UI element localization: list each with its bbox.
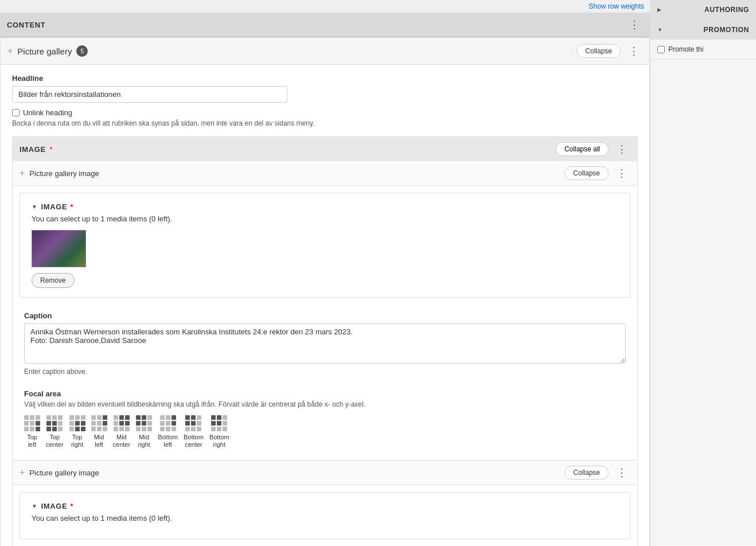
show-row-weights-link[interactable]: Show row weights (589, 2, 644, 10)
pgi-2-drag-handle[interactable]: + (20, 467, 25, 478)
focal-bottom-right-label: Bottomright (209, 434, 229, 448)
focal-top-center[interactable]: Topcenter (46, 415, 64, 448)
pgi-1-caption-textarea[interactable]: Annika Östman Wernerson installerades so… (24, 323, 626, 364)
headline-input[interactable] (12, 86, 287, 103)
pgi-2-image-label: IMAGE (41, 502, 68, 510)
image-required-star: * (50, 145, 53, 154)
focal-mid-center[interactable]: Midcenter (113, 415, 131, 448)
image-section-title-row: IMAGE * (20, 145, 53, 154)
headline-label: Headline (12, 74, 638, 83)
promote-label[interactable]: Promote thi (668, 45, 703, 53)
image-section-menu-button[interactable]: ⋮ (613, 142, 630, 157)
right-sidebar: ▶ AUTHORING ▼ PROMOTION Promote thi (650, 0, 756, 546)
pgi-2-image-required: * (70, 502, 73, 510)
focal-top-right[interactable]: Topright (69, 415, 85, 448)
focal-top-center-label: Topcenter (46, 434, 64, 448)
pgi-item-1: + Picture gallery image Collapse ⋮ ▼ (13, 161, 637, 461)
promotion-triangle-icon: ▼ (657, 27, 663, 33)
focal-mid-right-label: Midright (138, 434, 150, 448)
sidebar-authoring-header[interactable]: ▶ AUTHORING (650, 0, 756, 20)
promote-checkbox[interactable] (657, 46, 665, 53)
pgi-1-inner-image-block: ▼ IMAGE * You can select up to 1 media i… (20, 193, 630, 298)
pgi-2-header: + Picture gallery image Collapse ⋮ (13, 461, 637, 485)
gallery-badge: 5 (76, 45, 88, 57)
unlink-heading-hint: Bocka i denna ruta om du vill att rubrik… (12, 119, 638, 127)
collapse-all-button[interactable]: Collapse all (556, 142, 609, 156)
pgi-1-focal-hint: Välj vilken del av bilden eventuell bild… (24, 400, 626, 408)
pgi-2-inner-image-block: ▼ IMAGE * You can select up to 1 media i… (20, 492, 630, 539)
authoring-triangle-icon: ▶ (657, 7, 661, 13)
gallery-collapse-button[interactable]: Collapse (576, 44, 621, 58)
promotion-body: Promote thi (650, 40, 756, 59)
pgi-2-media-hint: You can select up to 1 media items (0 le… (32, 514, 618, 522)
promote-row: Promote thi (657, 45, 749, 53)
image-section-title: IMAGE (20, 145, 46, 154)
focal-top-right-label: Topright (71, 434, 83, 448)
focal-mid-left-label: Midleft (94, 434, 104, 448)
content-section-menu-button[interactable]: ⋮ (626, 17, 643, 32)
focal-mid-left[interactable]: Midleft (91, 415, 107, 448)
pgi-2-menu-button[interactable]: ⋮ (613, 465, 630, 480)
image-section-header: IMAGE * Collapse all ⋮ (13, 137, 637, 161)
gallery-body: Headline Unlink heading Bocka i denna ru… (1, 65, 649, 546)
pgi-1-image-thumbnail (32, 230, 86, 267)
gallery-title: Picture gallery (17, 46, 72, 56)
focal-bottom-center[interactable]: Bottomcenter (184, 415, 204, 448)
gallery-block-header: + Picture gallery 5 Collapse ⋮ (1, 38, 649, 65)
unlink-heading-label[interactable]: Unlink heading (23, 108, 72, 117)
unlink-heading-checkbox[interactable] (12, 109, 20, 116)
pgi-1-caption-section: Caption Annika Östman Wernerson installe… (13, 305, 637, 383)
drag-handle[interactable]: + (7, 46, 13, 56)
focal-mid-center-label: Midcenter (113, 434, 131, 448)
focal-bottom-center-label: Bottomcenter (184, 434, 204, 448)
focal-bottom-right[interactable]: Bottomright (209, 415, 229, 448)
unlink-heading-row: Unlink heading (12, 108, 638, 117)
focal-bottom-left-label: Bottomleft (158, 434, 178, 448)
pgi-1-media-hint: You can select up to 1 media items (0 le… (32, 214, 618, 223)
pgi-2-title: Picture gallery image (29, 469, 99, 477)
pgi-1-focal-grid: Topleft Topcenter (24, 415, 626, 448)
content-section-title: CONTENT (7, 21, 45, 29)
sidebar-authoring-section: ▶ AUTHORING (650, 0, 756, 20)
gallery-menu-button[interactable]: ⋮ (625, 44, 642, 58)
pgi-2-collapse-button[interactable]: Collapse (564, 466, 609, 479)
focal-top-left[interactable]: Topleft (24, 415, 40, 448)
pgi-1-caption-label: Caption (24, 311, 626, 320)
promotion-title: PROMOTION (704, 26, 749, 34)
focal-mid-right[interactable]: Midright (136, 415, 152, 448)
focal-top-left-label: Topleft (27, 434, 37, 448)
pgi-1-focal-title: Focal area (24, 389, 626, 398)
pgi-1-menu-button[interactable]: ⋮ (613, 166, 630, 181)
pgi-1-title: Picture gallery image (29, 169, 99, 178)
gallery-block: + Picture gallery 5 Collapse ⋮ Headline (0, 37, 650, 546)
pgi-1-remove-button[interactable]: Remove (32, 273, 75, 288)
pgi-1-focal-section: Focal area Välj vilken del av bilden eve… (13, 383, 637, 460)
sidebar-promotion-section: ▼ PROMOTION Promote thi (650, 20, 756, 60)
image-section: IMAGE * Collapse all ⋮ + (12, 136, 638, 546)
headline-field: Headline Unlink heading Bocka i denna ru… (12, 74, 638, 127)
triangle-icon-1: ▼ (32, 204, 38, 210)
sidebar-promotion-header[interactable]: ▼ PROMOTION (650, 20, 756, 40)
pgi-item-2: + Picture gallery image Collapse ⋮ ▼ (13, 461, 637, 546)
pgi-1-header: + Picture gallery image Collapse ⋮ (13, 161, 637, 186)
pgi-1-collapse-button[interactable]: Collapse (564, 166, 609, 180)
authoring-title: AUTHORING (704, 6, 749, 14)
pgi-1-image-label: IMAGE (41, 202, 68, 211)
content-section-header: CONTENT ⋮ (0, 13, 650, 37)
pgi-1-caption-hint: Enter caption above. (24, 368, 626, 376)
pgi-2-inner-image-title: ▼ IMAGE * (32, 502, 618, 510)
focal-bottom-left[interactable]: Bottomleft (158, 415, 178, 448)
pgi-1-image-required: * (70, 202, 73, 211)
pgi-1-inner-image-title: ▼ IMAGE * (32, 202, 618, 211)
pgi-1-drag-handle[interactable]: + (20, 168, 25, 178)
triangle-icon-2: ▼ (32, 503, 38, 509)
